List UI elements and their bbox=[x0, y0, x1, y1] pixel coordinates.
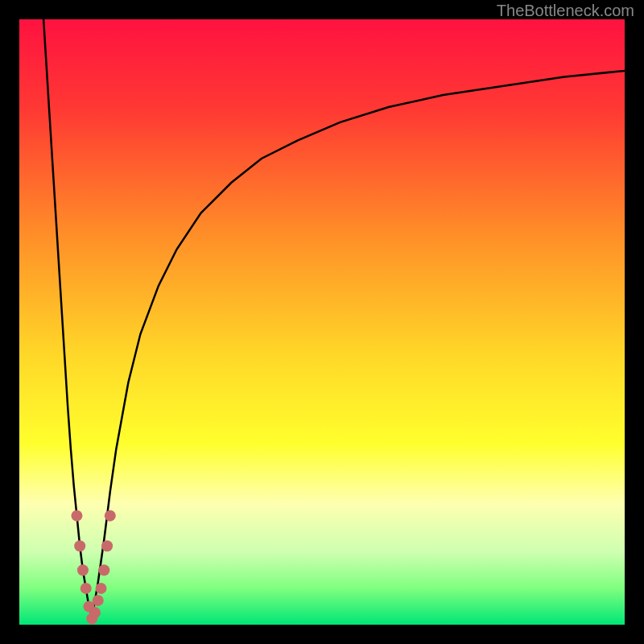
watermark-text: TheBottleneck.com bbox=[497, 2, 634, 20]
data-dot bbox=[77, 564, 89, 576]
data-dot bbox=[105, 510, 116, 522]
chart-curves bbox=[19, 19, 625, 625]
data-dot bbox=[93, 595, 104, 606]
data-dot bbox=[96, 583, 107, 594]
curve-right-branch bbox=[92, 71, 625, 619]
curve-left-branch bbox=[43, 19, 92, 618]
chart-plot-area bbox=[19, 19, 625, 625]
data-dot bbox=[74, 540, 85, 551]
data-dot bbox=[71, 510, 82, 522]
data-dot bbox=[89, 607, 101, 618]
data-dot bbox=[80, 583, 92, 594]
data-dot bbox=[101, 540, 113, 551]
data-dot bbox=[98, 564, 109, 576]
